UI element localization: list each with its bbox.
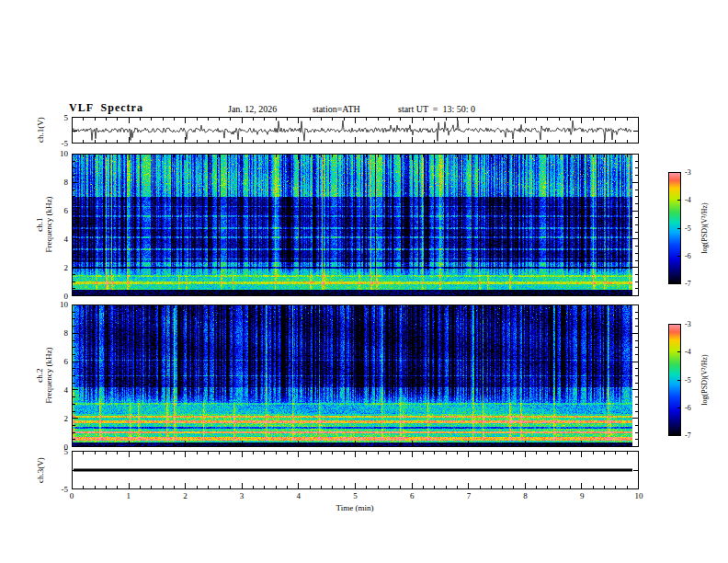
x-tick-label-6: 6 (398, 491, 426, 500)
date-label: Jan. 12, 2026 (228, 104, 277, 114)
x-tick-label-3: 3 (228, 491, 256, 500)
spec2-y-tick-label-8: 8 (46, 328, 68, 338)
x-tick-label-8: 8 (512, 491, 540, 500)
cb1-tick-label--6: -6 (685, 252, 691, 260)
ch3-voltage-axis-label: ch.3(V) (36, 457, 45, 483)
colorbar-ch1 (668, 172, 681, 284)
cb1-tick-label--3: -3 (685, 168, 691, 177)
x-tick-label-1: 1 (115, 491, 142, 500)
ch1-waveform-canvas (72, 117, 639, 144)
ch2-frequency-axis-label: ch.2 Frequency (kHz) (35, 347, 53, 403)
ch1-y-tick-label-neg5: -5 (46, 139, 68, 148)
spec1-y-tick-label-6: 6 (46, 206, 68, 215)
spec1-y-tick-label-4: 4 (46, 235, 68, 244)
cb1-tick-label--7: -7 (685, 280, 691, 288)
station-label: station=ATH (313, 104, 360, 114)
ch1-spectrogram-canvas (72, 154, 639, 296)
ch1-axis-frequency-text: Frequency (kHz) (44, 196, 53, 252)
x-tick-label-9: 9 (568, 491, 596, 500)
ch1-voltage-axis-label: ch.1(V) (36, 117, 45, 143)
x-axis-label: Time (min) (309, 503, 401, 512)
cb2-tick-label--6: -6 (685, 404, 691, 412)
colorbar-ch2 (668, 324, 681, 436)
ch1-y-tick-label-5: 5 (46, 113, 68, 122)
cb1-tick-label--4: -4 (685, 196, 691, 204)
x-tick-label-10: 10 (625, 491, 653, 500)
spec1-y-tick-label-8: 8 (46, 178, 68, 187)
ch2-spectrogram-canvas (72, 304, 639, 447)
cb1-tick-label--5: -5 (685, 224, 691, 233)
plot-title: VLF Spectra (69, 101, 143, 115)
spec2-y-tick-label-2: 2 (46, 414, 68, 423)
x-tick-label-7: 7 (455, 491, 483, 500)
ch1-frequency-axis-label: ch.1 Frequency (kHz) (35, 196, 53, 252)
spec2-y-tick-label-6: 6 (46, 357, 68, 366)
x-tick-label-5: 5 (342, 491, 370, 500)
cb2-tick-label--7: -7 (685, 431, 691, 440)
spec2-y-tick-label-4: 4 (46, 385, 68, 395)
ch3-y-tick-label-5: 5 (46, 447, 68, 456)
start-ut-label: start UT = 13: 50: 0 (398, 104, 475, 114)
x-tick-label-4: 4 (285, 491, 313, 500)
colorbar2-label: log(PSD)(V²/Hz) (700, 354, 709, 405)
colorbar1-label: log(PSD)(V²/Hz) (700, 202, 709, 253)
ch3-waveform-canvas (72, 451, 639, 489)
spec2-y-tick-label-10: 10 (46, 300, 68, 309)
ch1-axis-channel-text: ch.1 (35, 196, 44, 252)
cb2-tick-label--4: -4 (685, 348, 691, 356)
ch2-axis-channel-text: ch.2 (35, 347, 44, 403)
spec1-y-tick-label-2: 2 (46, 263, 68, 272)
cb2-tick-label--3: -3 (685, 320, 691, 328)
spec1-y-tick-label-10: 10 (46, 149, 68, 158)
ch3-y-tick-label-neg5: -5 (46, 485, 68, 494)
ch2-axis-frequency-text: Frequency (kHz) (44, 347, 53, 403)
cb2-tick-label--5: -5 (685, 376, 691, 385)
x-tick-label-2: 2 (171, 491, 199, 500)
vlf-spectra-plot: VLF Spectra Jan. 12, 2026 station=ATH st… (0, 0, 728, 563)
